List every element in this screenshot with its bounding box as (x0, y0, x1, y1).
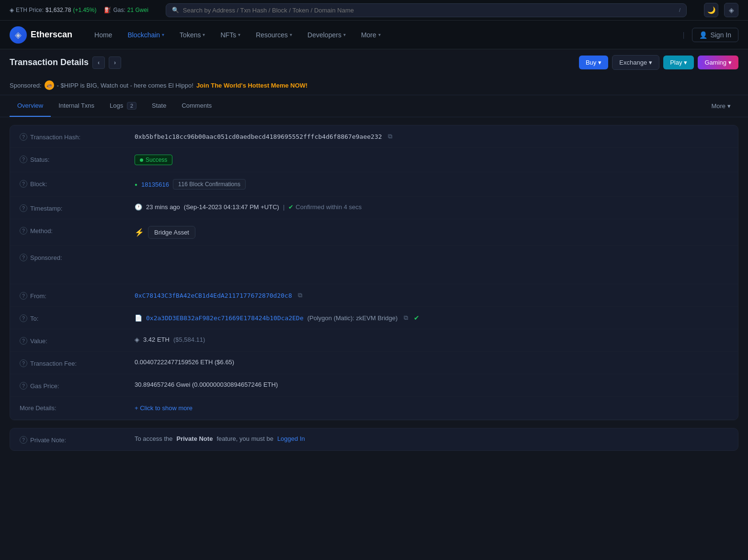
main-nav: Home Blockchain ▾ Tokens ▾ NFTs ▾ Resour… (88, 27, 679, 43)
timestamp-value: 🕐 23 mins ago (Sep-14-2023 04:13:47 PM +… (135, 203, 728, 211)
private-note-card: ? Private Note: To access the Private No… (10, 428, 738, 451)
tab-internal-txns[interactable]: Internal Txns (51, 95, 102, 117)
chevron-down-icon: ▾ (290, 32, 292, 37)
nav-resources[interactable]: Resources ▾ (249, 27, 299, 43)
nav-tokens[interactable]: Tokens ▾ (173, 27, 212, 43)
lightning-icon: ⚡ (135, 228, 144, 237)
private-note-bold: Private Note (177, 435, 213, 442)
chevron-down-icon: ▾ (598, 59, 601, 66)
chevron-down-icon: ▾ (727, 102, 731, 110)
login-link[interactable]: Logged In (277, 435, 305, 442)
logs-badge: 2 (127, 102, 136, 110)
to-address-extra: (Polygon (Matic): zkEVM Bridge) (307, 314, 398, 322)
gas-value: 21 Gwei (127, 7, 148, 13)
info-icon: ? (20, 180, 27, 188)
gas-price-value: 30.894657246 Gwei (0.000000030894657246 … (135, 381, 728, 388)
tab-logs[interactable]: Logs 2 (102, 95, 144, 117)
info-icon: ? (20, 337, 27, 345)
eth-price-change: (+1.45%) (73, 7, 96, 13)
private-note-value: To access the Private Note feature, you … (135, 435, 728, 442)
gas-label: Gas: (113, 7, 125, 13)
theme-toggle-button[interactable]: 🌙 (704, 3, 718, 17)
sponsored-detail-row: ? Sponsored: (10, 246, 738, 284)
nav-developers[interactable]: Developers ▾ (301, 27, 352, 43)
to-address-link[interactable]: 0x2a3DD3EB832aF982ec71669E178424b10Dca2E… (146, 314, 304, 322)
method-label: ? Method: (20, 226, 125, 235)
user-icon: 👤 (699, 31, 707, 39)
tabs-more-button[interactable]: More ▾ (703, 96, 738, 116)
nav-blockchain[interactable]: Blockchain ▾ (121, 27, 171, 43)
nav-nfts[interactable]: NFTs ▾ (214, 27, 247, 43)
nav-more[interactable]: More ▾ (354, 27, 387, 43)
copy-from-address-button[interactable]: ⧉ (296, 291, 305, 300)
nav-home[interactable]: Home (88, 27, 119, 43)
txn-fee-text: 0.00407222477159526 ETH ($6.65) (135, 358, 234, 366)
info-icon: ? (20, 382, 27, 390)
chevron-down-icon: ▾ (162, 32, 164, 37)
gas-info: ⛽ Gas: 21 Gwei (104, 7, 148, 13)
eth-price-label: ETH Price: (16, 7, 44, 13)
search-icon: 🔍 (172, 7, 179, 13)
action-row: Transaction Details ‹ › Buy ▾ Exchange ▾… (0, 49, 748, 76)
chevron-down-icon: ▾ (238, 32, 240, 37)
check-icon: ✔ (288, 203, 294, 211)
more-details-label: More Details: (20, 404, 125, 412)
expand-more-details-button[interactable]: + Click to show more (135, 404, 193, 412)
txn-hash-text: 0xb5bfbe1c18cc96b00aac051cd0aedbecd41896… (135, 133, 382, 140)
private-note-label: ? Private Note: (20, 435, 125, 444)
timestamp-ago: 23 mins ago (146, 203, 180, 211)
status-badge: Success (135, 155, 172, 165)
prev-page-button[interactable]: ‹ (92, 56, 105, 69)
search-input[interactable] (183, 7, 675, 14)
block-number-link[interactable]: 18135616 (141, 181, 169, 188)
from-row: ? From: 0xC78143C3fBA42eCB1d4EdA21171776… (10, 284, 738, 307)
to-value: 📄 0x2a3DD3EB832aF982ec71669E178424b10Dca… (135, 314, 728, 322)
info-icon: ? (20, 254, 27, 261)
status-value: Success (135, 155, 728, 165)
info-icon: ? (20, 359, 27, 367)
eth-icon: ◈ (10, 7, 14, 13)
method-badge: Bridge Asset (148, 226, 195, 239)
from-address-link[interactable]: 0xC78143C3fBA42eCB1d4EdA2117177672870d20… (135, 292, 292, 299)
chevron-down-icon: ▾ (343, 32, 346, 37)
search-bar[interactable]: 🔍 / (166, 3, 687, 17)
navbar: ◈ Etherscan Home Blockchain ▾ Tokens ▾ N… (0, 21, 748, 49)
value-eth: 3.42 ETH (143, 336, 170, 343)
buy-button[interactable]: Buy ▾ (579, 56, 608, 69)
eth-diamond-icon[interactable]: ◈ (724, 3, 738, 17)
nav-divider: | (683, 31, 685, 39)
exchange-button[interactable]: Exchange ▾ (612, 55, 659, 70)
chevron-down-icon: ▾ (728, 59, 732, 66)
timestamp-sep: | (283, 203, 284, 211)
block-value: ● 18135616 116 Block Confirmations (135, 179, 728, 190)
navbar-right: | 👤 Sign In (679, 28, 738, 42)
play-button[interactable]: Play ▾ (663, 56, 694, 69)
info-icon: ? (20, 436, 27, 444)
method-row: ? Method: ⚡ Bridge Asset (10, 219, 738, 246)
tab-comments[interactable]: Comments (174, 95, 219, 117)
chevron-down-icon: ▾ (378, 32, 381, 37)
brand-logo[interactable]: ◈ Etherscan (10, 26, 72, 44)
timestamp-date: (Sep-14-2023 04:13:47 PM +UTC) (184, 203, 279, 211)
confirmed-text: ✔ Confirmed within 4 secs (288, 203, 362, 211)
txn-hash-label: ? Transaction Hash: (20, 132, 125, 141)
clock-icon: 🕐 (135, 203, 142, 211)
tab-state[interactable]: State (144, 95, 174, 117)
copy-hash-button[interactable]: ⧉ (386, 132, 395, 141)
tab-overview[interactable]: Overview (10, 95, 51, 117)
copy-to-address-button[interactable]: ⧉ (401, 314, 410, 322)
next-page-button[interactable]: › (109, 56, 121, 69)
private-note-text-after: feature, you must be (216, 435, 273, 442)
gaming-button[interactable]: Gaming ▾ (698, 56, 738, 69)
transaction-detail-card: ? Transaction Hash: 0xb5bfbe1c18cc96b00a… (10, 125, 738, 420)
signin-button[interactable]: 👤 Sign In (692, 28, 738, 42)
status-row: ? Status: Success (10, 148, 738, 172)
txn-fee-value: 0.00407222477159526 ETH ($6.65) (135, 358, 728, 366)
page-title: Transaction Details (10, 57, 89, 67)
info-icon: ? (20, 292, 27, 300)
sponsored-label: Sponsored: (10, 82, 42, 89)
sponsor-cta-link[interactable]: Join The World's Hottest Meme NOW! (196, 82, 308, 89)
main-content: ? Transaction Hash: 0xb5bfbe1c18cc96b00a… (0, 125, 748, 451)
more-details-row: More Details: + Click to show more (10, 397, 738, 420)
confirmations-badge: 116 Block Confirmations (173, 179, 246, 190)
